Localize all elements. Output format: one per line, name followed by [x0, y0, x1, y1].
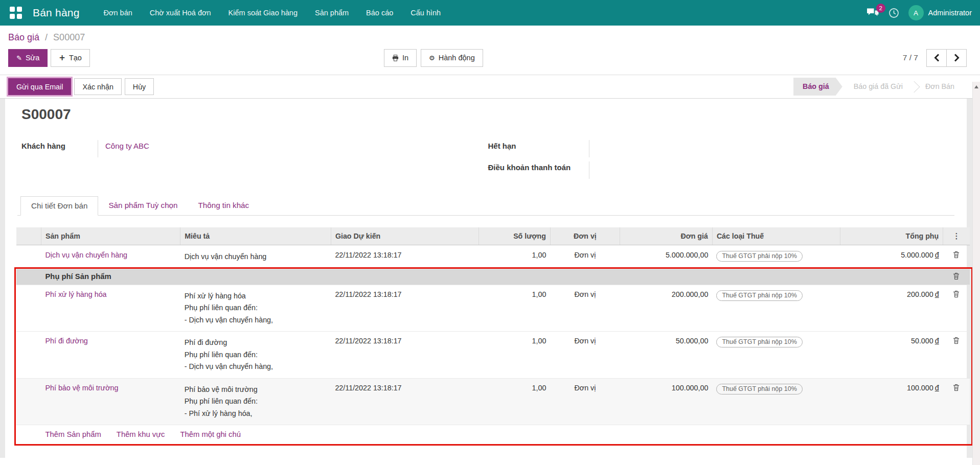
product-link[interactable]: Phí xử lý hàng hóa: [45, 290, 106, 298]
row-handle[interactable]: [16, 378, 41, 425]
vertical-scrollbar[interactable]: [972, 82, 980, 465]
delete-row-icon[interactable]: [953, 251, 960, 260]
pager-previous-button[interactable]: [926, 49, 947, 67]
col-don-gia[interactable]: Đơn giá: [620, 227, 712, 245]
messages-icon[interactable]: 2: [867, 8, 879, 18]
price-cell[interactable]: 5.000.000,00: [620, 245, 712, 269]
date-cell[interactable]: 22/11/2022 13:18:17: [331, 332, 478, 379]
app-brand[interactable]: Bán hàng: [33, 7, 80, 19]
table-row: Phí đi đường Phí đi đường Phụ phí liên q…: [16, 332, 970, 379]
column-options-icon[interactable]: ⋮: [943, 227, 970, 245]
payment-terms-value[interactable]: [589, 161, 597, 179]
description-cell[interactable]: Phí xử lý hàng hóa Phụ phí liên quan đến…: [180, 285, 331, 332]
customer-value-link[interactable]: Công ty ABC: [105, 142, 149, 150]
status-step-bao-gia-da-gui[interactable]: Báo giá đã Gửi: [846, 78, 911, 96]
col-so-luong[interactable]: Số lượng: [478, 227, 550, 245]
nav-item-cho-xuat-hoa-don[interactable]: Chờ xuất Hoá đơn: [141, 0, 220, 26]
expiry-value[interactable]: [589, 140, 597, 157]
delete-row-icon[interactable]: [953, 272, 960, 282]
cancel-button[interactable]: Hủy: [125, 78, 154, 95]
date-cell[interactable]: 22/11/2022 13:18:17: [331, 378, 478, 425]
uom-cell[interactable]: Đơn vị: [550, 378, 620, 425]
col-tong-phu[interactable]: Tổng phụ: [840, 227, 943, 245]
price-cell[interactable]: 100.000,00: [620, 378, 712, 425]
tab-san-pham-tuy-chon[interactable]: Sản phẩm Tuỳ chọn: [98, 196, 188, 215]
nav-item-cau-hinh[interactable]: Cấu hình: [402, 0, 449, 26]
subtotal-cell: 50.000đ: [840, 332, 943, 379]
tax-badge[interactable]: Thuế GTGT phải nộp 10%: [716, 337, 802, 347]
row-handle[interactable]: [16, 269, 41, 285]
breadcrumb: Báo giá / S00007: [8, 32, 971, 43]
pencil-icon: ✎: [16, 55, 22, 61]
nav-item-bao-cao[interactable]: Báo cáo: [357, 0, 402, 26]
pager-next-button[interactable]: [946, 49, 967, 67]
field-group: Khách hàng Công ty ABC Hết hạn Điều khoả…: [21, 140, 954, 183]
order-lines-table-wrap: Sản phẩm Miêu tả Giao Dự kiến Số lượng Đ…: [16, 227, 970, 444]
product-link[interactable]: Phí đi đường: [45, 337, 87, 345]
col-don-vi[interactable]: Đơn vị: [550, 227, 620, 245]
uom-cell[interactable]: Đơn vị: [550, 332, 620, 379]
breadcrumb-bao-gia[interactable]: Báo giá: [8, 32, 39, 42]
confirm-button[interactable]: Xác nhận: [74, 78, 121, 95]
qty-cell[interactable]: 1,00: [478, 378, 550, 425]
tab-thong-tin-khac[interactable]: Thông tin khác: [188, 196, 260, 215]
print-button-label: In: [402, 54, 408, 62]
tab-chi-tiet-don-ban[interactable]: Chi tiết Đơn bán: [20, 196, 98, 216]
delete-row-icon[interactable]: [953, 290, 960, 299]
delete-row-icon[interactable]: [953, 384, 960, 393]
product-link[interactable]: Dịch vụ vận chuyển hàng: [45, 251, 127, 259]
toolbar: ✎ Sửa + Tạo In ⚙ Hành động: [8, 49, 971, 67]
tax-badge[interactable]: Thuế GTGT phải nộp 10%: [716, 290, 802, 301]
uom-cell[interactable]: Đơn vị: [550, 285, 620, 332]
section-label[interactable]: Phụ phí Sản phẩm: [41, 269, 943, 285]
chevron-left-icon: [934, 54, 940, 62]
delete-row-icon[interactable]: [953, 337, 960, 346]
qty-cell[interactable]: 1,00: [478, 332, 550, 379]
create-button[interactable]: + Tạo: [51, 49, 90, 67]
tax-badge[interactable]: Thuế GTGT phải nộp 10%: [716, 251, 802, 262]
action-button[interactable]: ⚙ Hành động: [421, 49, 483, 67]
customer-label: Khách hàng: [21, 140, 98, 157]
user-name: Administrator: [928, 9, 972, 17]
col-mieu-ta[interactable]: Miêu tả: [180, 227, 331, 245]
section-row[interactable]: Phụ phí Sản phẩm: [16, 269, 970, 285]
tax-badge[interactable]: Thuế GTGT phải nộp 10%: [716, 384, 802, 394]
plus-icon: +: [59, 54, 65, 62]
qty-cell[interactable]: 1,00: [478, 245, 550, 269]
uom-cell[interactable]: Đơn vị: [550, 245, 620, 269]
row-handle[interactable]: [16, 245, 41, 269]
description-cell[interactable]: Dịch vụ vận chuyển hàng: [185, 251, 327, 263]
nav-item-don-ban[interactable]: Đơn bán: [95, 0, 141, 26]
send-by-email-button[interactable]: Gửi qua Email: [8, 78, 71, 95]
nav-item-san-pham[interactable]: Sản phẩm: [306, 0, 357, 26]
col-giao-du-kien[interactable]: Giao Dự kiến: [331, 227, 478, 245]
add-section-link[interactable]: Thêm khu vực: [117, 430, 165, 438]
status-step-bao-gia[interactable]: Báo giá: [793, 78, 842, 96]
activities-icon[interactable]: [888, 8, 899, 18]
date-cell[interactable]: 22/11/2022 13:18:17: [331, 285, 478, 332]
col-san-pham[interactable]: Sản phẩm: [41, 227, 180, 245]
description-cell[interactable]: Phí bảo vệ môi trường Phụ phí liên quan …: [180, 378, 331, 425]
nav-item-kiem-soat-giao-hang[interactable]: Kiểm soát Giao hàng: [220, 0, 306, 26]
breadcrumb-current: S00007: [53, 32, 85, 42]
add-product-link[interactable]: Thêm Sản phẩm: [45, 430, 101, 438]
add-note-link[interactable]: Thêm một ghi chú: [180, 430, 240, 438]
apps-menu-icon[interactable]: [6, 3, 26, 22]
user-menu[interactable]: A Administrator: [908, 5, 972, 20]
row-handle[interactable]: [16, 285, 41, 332]
col-cac-loai-thue[interactable]: Các loại Thuế: [712, 227, 840, 245]
edit-button[interactable]: ✎ Sửa: [8, 49, 48, 67]
price-cell[interactable]: 200.000,00: [620, 285, 712, 332]
messages-badge: 2: [876, 4, 885, 13]
subtotal-cell: 200.000đ: [840, 285, 943, 332]
row-handle[interactable]: [16, 332, 41, 379]
description-cell[interactable]: Phí đi đường Phụ phí liên quan đến: - Dị…: [180, 332, 331, 379]
qty-cell[interactable]: 1,00: [478, 285, 550, 332]
status-step-don-ban[interactable]: Đơn Bán: [917, 78, 963, 96]
print-button[interactable]: In: [384, 49, 417, 67]
edit-button-label: Sửa: [26, 54, 39, 62]
price-cell[interactable]: 50.000,00: [620, 332, 712, 379]
product-link[interactable]: Phí bảo vệ môi trường: [45, 384, 118, 392]
chevron-right-icon: [954, 54, 960, 62]
date-cell[interactable]: 22/11/2022 13:18:17: [331, 245, 478, 269]
